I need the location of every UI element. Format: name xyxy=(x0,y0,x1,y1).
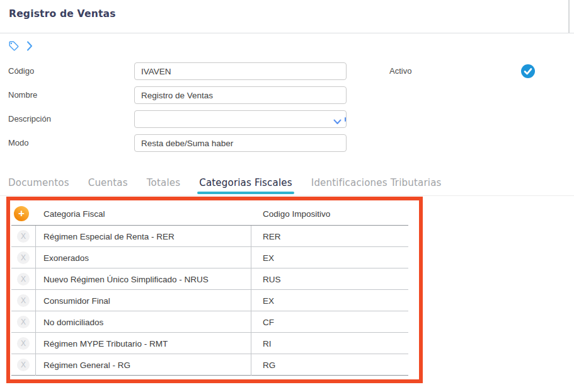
form-row-nombre: Nombre xyxy=(0,86,574,104)
nombre-label: Nombre xyxy=(8,86,128,104)
check-circle-icon xyxy=(521,71,535,80)
categoria-fiscal-cell: Nuevo Régimen Único Simplificado - NRUS xyxy=(35,268,251,290)
tag-button[interactable] xyxy=(8,40,20,54)
delete-row-button[interactable]: X xyxy=(17,337,30,350)
table-row: X Consumidor Final EX xyxy=(11,290,408,311)
page-title: Registro de Ventas xyxy=(9,8,116,20)
delete-row-button[interactable]: X xyxy=(17,230,30,243)
activo-checkbox[interactable] xyxy=(521,64,535,78)
chevron-right-icon xyxy=(26,40,33,54)
descripcion-input[interactable] xyxy=(134,110,347,128)
tab-identificaciones-tributarias[interactable]: Identificaciones Tributarias xyxy=(311,176,442,193)
resize-tick-mark xyxy=(345,117,346,122)
table-row: X Régimen MYPE Tributario - RMT RI xyxy=(11,333,408,354)
form-row-modo: Modo xyxy=(0,134,574,152)
codigo-impositivo-cell: EX xyxy=(251,290,408,311)
tabbar-divider xyxy=(0,195,574,196)
codigo-impositivo-cell: RUS xyxy=(251,268,408,290)
tag-icon xyxy=(8,40,20,54)
categoria-fiscal-cell: Régimen Especial de Renta - RER xyxy=(35,226,251,247)
descripcion-label: Descripción xyxy=(8,110,128,128)
table-row: X No domiciliados CF xyxy=(11,311,408,333)
delete-row-button[interactable]: X xyxy=(17,251,30,264)
codigo-impositivo-cell: CF xyxy=(251,311,408,333)
codigo-impositivo-cell: RG xyxy=(251,354,408,376)
categoria-fiscal-cell: Régimen MYPE Tributario - RMT xyxy=(35,333,251,354)
modo-input[interactable] xyxy=(134,134,347,152)
toolbar xyxy=(8,40,33,54)
add-button-cell: + xyxy=(11,206,35,221)
categoria-fiscal-cell: Exonerados xyxy=(35,247,251,268)
add-row-button[interactable]: + xyxy=(14,206,29,221)
tab-documentos[interactable]: Documentos xyxy=(8,176,69,193)
categorias-fiscales-table: + Categoria Fiscal Codigo Impositivo X R… xyxy=(11,202,408,376)
table-row: X Régimen Especial de Renta - RER RER xyxy=(11,226,408,247)
codigo-input[interactable] xyxy=(134,62,347,80)
column-header-codigo-impositivo: Codigo Impositivo xyxy=(251,209,408,219)
panel-edge-line xyxy=(568,0,570,33)
codigo-label: Código xyxy=(8,62,128,80)
table-row: X Régimen General - RG RG xyxy=(11,354,408,376)
tab-bar: Documentos Cuentas Totales Categorias Fi… xyxy=(8,176,442,193)
delete-row-button[interactable]: X xyxy=(17,316,30,328)
activo-label: Activo xyxy=(389,62,411,80)
delete-row-button[interactable]: X xyxy=(17,294,30,307)
table-row: X Nuevo Régimen Único Simplificado - NRU… xyxy=(11,268,408,290)
column-header-categoria-fiscal: Categoria Fiscal xyxy=(35,209,251,219)
title-divider xyxy=(0,33,574,33)
categoria-fiscal-cell: Régimen General - RG xyxy=(35,354,251,376)
table-header-row: + Categoria Fiscal Codigo Impositivo xyxy=(11,202,408,226)
tab-cuentas[interactable]: Cuentas xyxy=(88,176,128,193)
codigo-impositivo-cell: EX xyxy=(251,247,408,268)
nombre-input[interactable] xyxy=(134,86,347,104)
tab-categorias-fiscales[interactable]: Categorias Fiscales xyxy=(199,176,292,193)
descripcion-select[interactable] xyxy=(134,110,347,128)
registro-de-ventas-page: Registro de Ventas Código Activo xyxy=(0,0,574,392)
form-row-descripcion: Descripción xyxy=(0,110,574,128)
codigo-impositivo-cell: RI xyxy=(251,333,408,354)
table-row: X Exonerados EX xyxy=(11,247,408,268)
delete-row-button[interactable]: X xyxy=(17,359,30,371)
categoria-fiscal-cell: No domiciliados xyxy=(35,311,251,333)
expand-breadcrumb-button[interactable] xyxy=(26,40,33,54)
modo-label: Modo xyxy=(8,134,128,152)
form-row-codigo: Código Activo xyxy=(0,62,574,80)
codigo-impositivo-cell: RER xyxy=(251,226,408,247)
tab-totales[interactable]: Totales xyxy=(147,176,180,193)
categoria-fiscal-cell: Consumidor Final xyxy=(35,290,251,311)
delete-row-button[interactable]: X xyxy=(17,273,30,285)
